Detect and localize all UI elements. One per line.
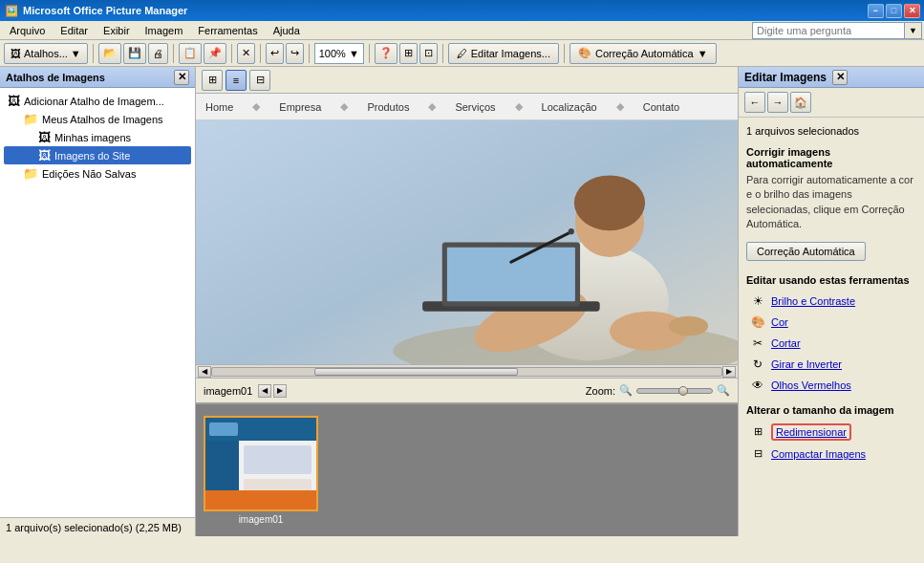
left-panel-close-button[interactable]: ✕ xyxy=(174,70,189,85)
resize-link[interactable]: Redimensionar xyxy=(776,426,847,438)
undo-button[interactable]: ↩ xyxy=(266,43,284,64)
tool-crop[interactable]: ✂ Cortar xyxy=(746,334,916,353)
zoom-out-icon[interactable]: 🔍 xyxy=(619,384,633,397)
tree-my-images[interactable]: 🖼 Minhas imagens xyxy=(4,128,191,146)
menu-arquivo[interactable]: Arquivo xyxy=(2,23,53,38)
shortcuts-label: Atalhos... xyxy=(24,48,68,59)
rp-home-button[interactable]: 🏠 xyxy=(790,92,811,113)
resize-item-compact[interactable]: ⊟ Compactar Imagens xyxy=(746,444,916,464)
auto-correction-button[interactable]: 🎨 Correção Automática ▼ xyxy=(569,43,717,64)
help-button[interactable]: ❓ xyxy=(375,43,398,64)
crop-link[interactable]: Cortar xyxy=(771,337,801,349)
tree-site-images[interactable]: 🖼 Imagens do Site xyxy=(4,146,191,164)
add-shortcut-icon: 🖼 xyxy=(8,94,20,108)
nav-localizacao[interactable]: Localização xyxy=(542,101,597,113)
svg-point-10 xyxy=(569,228,574,234)
titlebar: 🖼️ Microsoft Office Picture Manager − □ … xyxy=(0,0,924,21)
save-button[interactable]: 💾 xyxy=(123,43,146,64)
menubar: Arquivo Editar Exibir Imagem Ferramentas… xyxy=(0,21,924,40)
scroll-thumb[interactable] xyxy=(314,368,518,376)
separator-2 xyxy=(173,44,174,63)
print-button[interactable]: 🖨 xyxy=(148,43,168,64)
view-grid-button[interactable]: ⊞ xyxy=(202,70,223,91)
compact-link[interactable]: Compactar Imagens xyxy=(771,448,866,460)
my-shortcuts-label: Meus Atalhos de Imagens xyxy=(42,114,163,125)
site-images-icon: 🖼 xyxy=(38,148,51,162)
color-icon: 🎨 xyxy=(750,314,765,330)
app-icon: 🖼️ xyxy=(4,3,19,18)
menu-exibir[interactable]: Exibir xyxy=(96,23,138,38)
close-button[interactable]: ✕ xyxy=(904,4,920,18)
left-panel-header: Atalhos de Imagens ✕ xyxy=(0,67,195,88)
rp-back-button[interactable]: ← xyxy=(744,92,765,113)
shortcuts-dropdown-icon: ▼ xyxy=(71,48,81,59)
thumb-content xyxy=(205,441,316,509)
resize-icon: ⊞ xyxy=(750,424,765,440)
brightness-link[interactable]: Brilho e Contraste xyxy=(771,295,855,307)
zoom-value: 100% xyxy=(319,48,346,59)
unsaved-label: Edições Não Salvas xyxy=(42,168,136,180)
menu-editar[interactable]: Editar xyxy=(53,23,96,38)
nav-produtos[interactable]: Produtos xyxy=(367,101,409,113)
maximize-button[interactable]: □ xyxy=(886,4,902,18)
zoom-thumb[interactable] xyxy=(678,386,688,396)
website-preview: Home ◆ Empresa ◆ Produtos ◆ Serviços ◆ L… xyxy=(196,94,738,364)
open-button[interactable]: 📂 xyxy=(98,43,121,64)
scroll-left[interactable]: ◀ xyxy=(198,366,211,378)
search-input[interactable] xyxy=(752,22,905,39)
resize-item-resize[interactable]: ⊞ Redimensionar xyxy=(746,422,916,443)
unsaved-icon: 📁 xyxy=(23,166,38,181)
status-text: 1 arquivo(s) selecionado(s) (2,25 MB) xyxy=(6,522,182,533)
zoom-slider[interactable] xyxy=(636,388,713,394)
tree-my-shortcuts[interactable]: 📁 Meus Atalhos de Imagens xyxy=(4,110,191,128)
files-count: 1 arquivos selecionados xyxy=(746,125,916,137)
nav-servicos[interactable]: Serviços xyxy=(455,101,495,113)
zoom-in-icon[interactable]: 🔍 xyxy=(717,384,730,397)
thumb-logo xyxy=(209,422,238,436)
menu-ferramentas[interactable]: Ferramentas xyxy=(190,23,265,38)
nav-empresa[interactable]: Empresa xyxy=(279,101,321,113)
rp-forward-button[interactable]: → xyxy=(767,92,788,113)
right-panel-close-button[interactable]: ✕ xyxy=(832,70,848,85)
scroll-track[interactable] xyxy=(211,367,722,377)
thumbnail-item[interactable]: imagem01 xyxy=(204,416,318,525)
view-detail-button[interactable]: ⊟ xyxy=(249,70,270,91)
tree-unsaved[interactable]: 📁 Edições Não Salvas xyxy=(4,164,191,183)
separator-1 xyxy=(93,44,94,63)
redo-button[interactable]: ↪ xyxy=(286,43,304,64)
shortcuts-button[interactable]: 🖼 Atalhos... ▼ xyxy=(4,43,88,64)
search-btn[interactable]: ▼ xyxy=(905,22,922,39)
paste-button[interactable]: 📌 xyxy=(204,43,226,64)
red-eye-link[interactable]: Olhos Vermelhos xyxy=(771,379,851,391)
horizontal-scrollbar[interactable]: ◀ ▶ xyxy=(196,364,738,378)
image-bar: imagem01 ◀ ▶ Zoom: 🔍 🔍 xyxy=(196,378,738,402)
image-preview-area: Home ◆ Empresa ◆ Produtos ◆ Serviços ◆ L… xyxy=(196,94,738,378)
tool-rotate[interactable]: ↻ Girar e Inverter xyxy=(746,355,916,374)
color-link[interactable]: Cor xyxy=(771,316,788,328)
menu-ajuda[interactable]: Ajuda xyxy=(266,23,308,38)
next-image-button[interactable]: ▶ xyxy=(273,384,287,398)
zoom-control: 100% ▼ xyxy=(314,43,364,64)
copy-button[interactable]: 📋 xyxy=(179,43,202,64)
thumb-orange xyxy=(205,490,316,509)
minimize-button[interactable]: − xyxy=(868,4,884,18)
scroll-right[interactable]: ▶ xyxy=(722,366,736,378)
prev-image-button[interactable]: ◀ xyxy=(258,384,271,398)
thumbnail-btn[interactable]: ⊞ xyxy=(399,43,418,64)
fullscreen-btn[interactable]: ⊡ xyxy=(419,43,438,64)
current-image-name: imagem01 xyxy=(204,385,252,397)
nav-home[interactable]: Home xyxy=(205,101,233,113)
tool-brightness[interactable]: ☀ Brilho e Contraste xyxy=(746,292,916,311)
tree-add-shortcut[interactable]: 🖼 Adicionar Atalho de Imagem... xyxy=(4,92,191,110)
menu-imagem[interactable]: Imagem xyxy=(138,23,191,38)
tool-color[interactable]: 🎨 Cor xyxy=(746,313,916,332)
nav-contato[interactable]: Contato xyxy=(643,101,680,113)
edit-images-button[interactable]: 🖊 Editar Imagens... xyxy=(448,43,559,64)
separator-7 xyxy=(442,44,443,63)
delete-button[interactable]: ✕ xyxy=(237,43,255,64)
rotate-link[interactable]: Girar e Inverter xyxy=(771,358,842,370)
zoom-label: Zoom: xyxy=(586,385,615,397)
auto-correction-button[interactable]: Correção Automática xyxy=(746,242,866,261)
tool-red-eye[interactable]: 👁 Olhos Vermelhos xyxy=(746,376,916,395)
view-list-button[interactable]: ≡ xyxy=(226,70,247,91)
